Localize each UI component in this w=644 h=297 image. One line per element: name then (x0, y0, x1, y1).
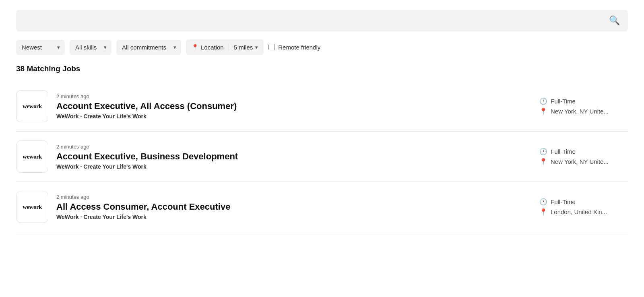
company-name: WeWork (56, 113, 79, 120)
company-logo-text: wework (23, 103, 42, 110)
miles-chevron-icon: ▾ (255, 44, 258, 50)
sort-filter[interactable]: Newest Oldest Relevance (16, 40, 65, 55)
remote-friendly-checkbox[interactable] (268, 44, 275, 50)
company-separator: · (80, 214, 83, 220)
remote-friendly-text: Remote friendly (278, 44, 320, 51)
job-location-item: 📍 London, United Kin... (539, 208, 607, 216)
job-title: Account Executive, Business Development (56, 151, 531, 162)
commitments-filter-wrapper: All commitments Full-Time Part-Time Cont… (116, 40, 181, 55)
job-location: London, United Kin... (551, 208, 607, 215)
company-logo: wework (16, 140, 48, 173)
company-tagline: Create Your Life's Work (83, 113, 147, 120)
location-icon: 📍 (539, 208, 547, 216)
location-placeholder: Location (201, 44, 224, 51)
job-type: Full-Time (551, 148, 576, 155)
location-icon: 📍 (539, 107, 547, 115)
company-logo-text: wework (23, 204, 42, 210)
results-count: 38 Matching Jobs (16, 64, 628, 73)
job-title: All Access Consumer, Account Executive (56, 202, 531, 212)
job-info: 2 minutes ago Account Executive, Busines… (56, 144, 531, 170)
job-time: 2 minutes ago (56, 144, 531, 150)
job-meta: 🕐 Full-Time 📍 London, United Kin... (539, 198, 628, 216)
sort-filter-wrapper: Newest Oldest Relevance ▾ (16, 40, 65, 55)
job-type-item: 🕐 Full-Time (539, 198, 576, 206)
skills-filter[interactable]: All skills (70, 40, 111, 55)
results-label-text: Matching Jobs (27, 64, 80, 73)
job-list-item[interactable]: wework 2 minutes ago Account Executive, … (16, 132, 628, 182)
company-logo: wework (16, 191, 48, 223)
job-info: 2 minutes ago All Access Consumer, Accou… (56, 194, 531, 220)
job-title: Account Executive, All Access (Consumer) (56, 101, 531, 111)
job-company: WeWork · Create Your Life's Work (56, 214, 531, 220)
job-list-item[interactable]: wework 2 minutes ago Account Executive, … (16, 81, 628, 132)
job-location-item: 📍 New York, NY Unite... (539, 107, 609, 115)
job-info: 2 minutes ago Account Executive, All Acc… (56, 93, 531, 120)
job-location: New York, NY Unite... (551, 108, 609, 115)
job-type: Full-Time (551, 198, 576, 205)
company-tagline: Create Your Life's Work (83, 163, 147, 170)
job-list-item[interactable]: wework 2 minutes ago All Access Consumer… (16, 182, 628, 232)
location-pin-icon: 📍 (192, 44, 198, 50)
job-meta: 🕐 Full-Time 📍 New York, NY Unite... (539, 148, 628, 165)
miles-label: 5 miles (234, 44, 253, 51)
job-type-item: 🕐 Full-Time (539, 97, 576, 105)
company-logo: wework (16, 90, 48, 122)
job-location: New York, NY Unite... (551, 158, 609, 165)
job-time: 2 minutes ago (56, 194, 531, 200)
job-type-item: 🕐 Full-Time (539, 148, 576, 155)
company-separator: · (80, 113, 83, 120)
company-tagline: Create Your Life's Work (83, 214, 147, 220)
job-time: 2 minutes ago (56, 93, 531, 99)
search-input[interactable]: account (24, 15, 609, 26)
clock-icon: 🕐 (539, 148, 547, 155)
company-separator: · (80, 163, 83, 170)
job-company: WeWork · Create Your Life's Work (56, 113, 531, 120)
clock-icon: 🕐 (539, 198, 547, 206)
job-meta: 🕐 Full-Time 📍 New York, NY Unite... (539, 97, 628, 115)
search-icon[interactable]: 🔍 (609, 15, 620, 26)
miles-wrapper: 5 miles ▾ (234, 44, 258, 51)
job-company: WeWork · Create Your Life's Work (56, 163, 531, 170)
search-bar: account 🔍 (16, 10, 628, 31)
clock-icon: 🕐 (539, 97, 547, 105)
location-filter[interactable]: 📍 Location 5 miles ▾ (186, 39, 264, 55)
remote-friendly-label[interactable]: Remote friendly (268, 44, 320, 51)
company-name: WeWork (56, 214, 79, 220)
job-location-item: 📍 New York, NY Unite... (539, 158, 609, 165)
job-list: wework 2 minutes ago Account Executive, … (16, 81, 628, 232)
results-number: 38 (16, 64, 25, 73)
location-icon: 📍 (539, 158, 547, 165)
job-type: Full-Time (551, 98, 576, 105)
skills-filter-wrapper: All skills ▾ (70, 40, 111, 55)
commitments-filter[interactable]: All commitments Full-Time Part-Time Cont… (116, 40, 181, 55)
location-divider (229, 43, 229, 51)
company-logo-text: wework (23, 153, 42, 160)
company-name: WeWork (56, 163, 79, 170)
filter-row: Newest Oldest Relevance ▾ All skills ▾ A… (16, 39, 628, 55)
